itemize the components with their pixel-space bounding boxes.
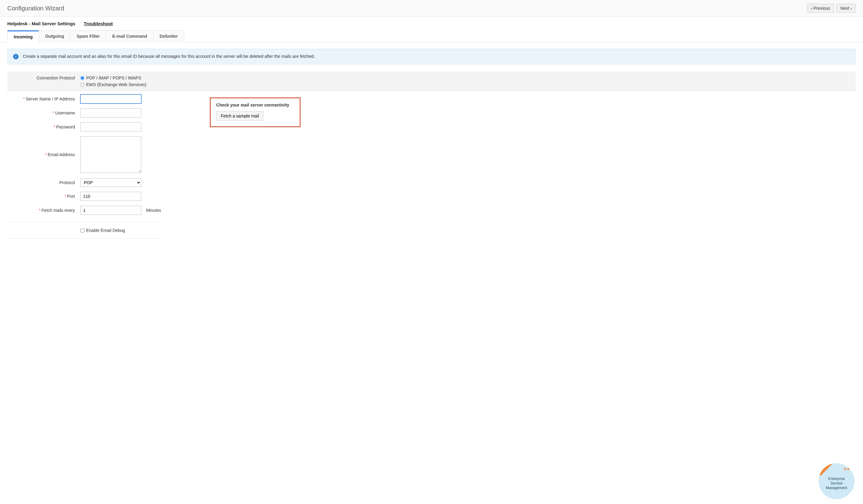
enable-email-debug-checkbox[interactable] (80, 229, 84, 233)
protocol-option-ews[interactable]: EWS (Exchange Web Services) (80, 82, 146, 87)
server-input[interactable] (80, 94, 141, 103)
chevron-left-icon: ‹ (811, 6, 812, 11)
connection-protocol-label: Connection Protocol (7, 76, 80, 80)
callout-title: Check your mail server connectivity (216, 103, 289, 107)
section-header: Helpdesk - Mail Server Settings Troubles… (0, 17, 863, 29)
email-label: *Email Address (7, 152, 80, 157)
enable-email-debug-label: Enable Email Debug (86, 228, 125, 233)
wizard-nav: ‹ Previous Next › (807, 4, 856, 13)
tab-email-command[interactable]: E-mail Command (106, 30, 153, 43)
fetch-interval-input[interactable] (80, 206, 141, 215)
info-text: Create a separate mail account and an al… (23, 54, 315, 59)
protocol-radio-pop[interactable] (80, 76, 84, 80)
next-button[interactable]: Next › (837, 4, 856, 13)
enable-email-debug[interactable]: Enable Email Debug (80, 228, 125, 233)
protocol-radio-ews-label: EWS (Exchange Web Services) (86, 82, 146, 87)
port-label: *Port (7, 194, 80, 199)
page-title: Configuration Wizard (7, 5, 64, 12)
tab-outgoing[interactable]: Outgoing (39, 30, 70, 43)
chevron-right-icon: › (851, 6, 852, 11)
section-title: Helpdesk - Mail Server Settings (7, 21, 75, 26)
info-icon: i (13, 54, 18, 59)
connection-protocol-section: Connection Protocol POP / IMAP / POPS / … (7, 71, 856, 91)
connectivity-callout: Check your mail server connectivity Fetc… (210, 98, 301, 127)
mail-protocol-label: Protocol (7, 180, 80, 185)
fetch-label: *Fetch mails every (7, 208, 80, 213)
server-label: *Server Name / IP Address (7, 96, 80, 101)
email-textarea[interactable] (80, 136, 141, 173)
username-label: *Username (7, 111, 80, 115)
username-input[interactable] (80, 108, 141, 117)
separator (7, 238, 161, 238)
protocol-select[interactable]: POP (80, 178, 141, 187)
separator (7, 222, 161, 222)
tab-incoming[interactable]: Incoming (7, 30, 39, 43)
tab-delimiter[interactable]: Delimiter (153, 30, 184, 43)
tab-spam-filter[interactable]: Spam Filter (70, 30, 106, 43)
info-box: i Create a separate mail account and an … (7, 49, 856, 65)
protocol-option-pop[interactable]: POP / IMAP / POPS / IMAPS (80, 76, 141, 80)
fetch-suffix: Minutes (146, 208, 161, 213)
previous-label: Previous (813, 6, 830, 11)
password-label: *Password (7, 125, 80, 129)
protocol-radio-ews[interactable] (80, 83, 84, 87)
troubleshoot-link[interactable]: Troubleshoot (84, 21, 113, 26)
protocol-radio-pop-label: POP / IMAP / POPS / IMAPS (86, 76, 141, 80)
content: i Create a separate mail account and an … (0, 43, 863, 262)
password-input[interactable] (80, 122, 141, 131)
tabs: Incoming Outgoing Spam Filter E-mail Com… (0, 30, 863, 43)
port-input[interactable] (80, 192, 141, 201)
previous-button[interactable]: ‹ Previous (807, 4, 834, 13)
fetch-sample-mail-button[interactable]: Fetch a sample mail (216, 111, 263, 121)
next-label: Next (840, 6, 849, 11)
header-bar: Configuration Wizard ‹ Previous Next › (0, 0, 863, 17)
